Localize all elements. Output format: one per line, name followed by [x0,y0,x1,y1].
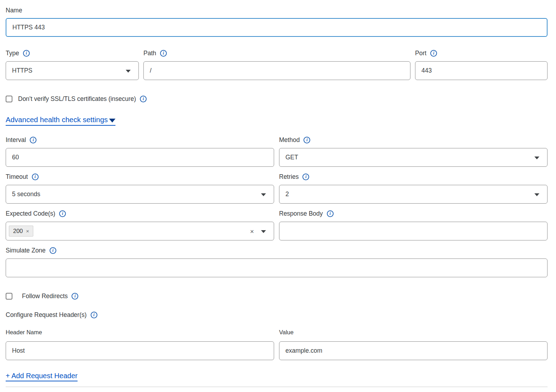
follow-redirects-row: Follow Redirects i [6,292,548,300]
method-field: Method i GET [279,136,548,167]
retries-select[interactable]: 2 [279,185,548,204]
timeout-selected-value: 5 seconds [12,191,40,198]
header-value-field: Value [279,328,548,360]
verify-ssl-checkbox[interactable] [6,96,12,102]
name-field: Name [6,6,548,37]
follow-redirects-checkbox[interactable] [6,293,12,300]
chevron-down-icon [534,193,539,196]
expected-code-chip-value: 200 [13,228,23,234]
chevron-down-icon [534,157,539,159]
type-field: Type i HTTPS [6,49,139,80]
simulate-zone-label: Simulate Zone i [6,246,548,255]
advanced-settings-link[interactable]: Advanced health check settings [6,115,115,126]
port-input[interactable] [415,61,548,80]
advanced-fields-grid: Interval i Method i GET Timeout i 5 seco… [6,136,548,246]
request-header-row: Header Name Value [6,328,548,360]
response-body-field: Response Body i [279,210,548,240]
expected-codes-label: Expected Code(s) i [6,210,274,218]
add-request-header-row: + Add Request Header [6,372,548,381]
add-request-header-link[interactable]: + Add Request Header [6,372,78,381]
header-name-field: Header Name [6,328,274,360]
header-value-input[interactable] [279,341,548,360]
timeout-label: Timeout i [6,173,274,181]
type-label: Type i [6,49,139,57]
expected-codes-multiselect[interactable]: 200 × × [6,222,274,240]
interval-input[interactable] [6,148,274,167]
follow-redirects-label: Follow Redirects [22,292,68,300]
simulate-zone-field: Simulate Zone i [6,246,548,277]
health-check-form: Name Type i HTTPS Path i Port i [0,0,556,387]
interval-field: Interval i [6,136,274,167]
advanced-caret-icon [109,119,115,123]
path-field: Path i [143,49,410,80]
timeout-field: Timeout i 5 seconds [6,173,274,204]
interval-info-icon[interactable]: i [30,137,36,143]
type-select[interactable]: HTTPS [6,61,139,80]
retries-info-icon[interactable]: i [302,174,309,180]
clear-all-icon[interactable]: × [250,228,254,234]
expected-codes-info-icon[interactable]: i [59,210,66,217]
verify-ssl-info-icon[interactable]: i [140,96,147,102]
path-input[interactable] [143,61,410,80]
advanced-settings-row: Advanced health check settings [6,115,548,126]
header-name-label: Header Name [6,328,274,336]
path-info-icon[interactable]: i [160,50,167,57]
chevron-down-icon [261,193,266,196]
chevron-down-icon [126,70,131,73]
type-selected-value: HTTPS [12,67,32,74]
header-value-label: Value [279,328,548,336]
simulate-zone-input[interactable] [6,259,548,277]
interval-label: Interval i [6,136,274,144]
method-selected-value: GET [285,154,298,161]
simulate-zone-info-icon[interactable]: i [50,247,56,254]
verify-ssl-label: Don't verify SSL/TLS certificates (insec… [18,95,136,103]
name-input[interactable] [6,18,548,37]
timeout-info-icon[interactable]: i [32,174,39,180]
type-path-port-row: Type i HTTPS Path i Port i [6,49,548,80]
method-info-icon[interactable]: i [303,137,310,143]
retries-field: Retries i 2 [279,173,548,204]
expected-code-chip: 200 × [9,226,33,237]
retries-selected-value: 2 [285,191,289,198]
chevron-down-icon [261,230,266,233]
verify-ssl-row: Don't verify SSL/TLS certificates (insec… [6,95,548,103]
request-headers-section-label: Configure Request Header(s) i [6,311,548,319]
method-select[interactable]: GET [279,148,548,167]
port-info-icon[interactable]: i [430,50,437,57]
port-field: Port i [415,49,548,80]
header-name-input[interactable] [6,341,274,360]
path-label: Path i [143,49,410,57]
response-body-info-icon[interactable]: i [327,210,334,217]
name-label: Name [6,6,548,15]
response-body-input[interactable] [279,222,548,240]
request-headers-info-icon[interactable]: i [91,312,97,318]
timeout-select[interactable]: 5 seconds [6,185,274,204]
response-body-label: Response Body i [279,210,548,218]
retries-label: Retries i [279,173,548,181]
type-info-icon[interactable]: i [23,50,30,57]
chip-remove-icon[interactable]: × [26,228,29,234]
port-label: Port i [415,49,548,57]
expected-codes-field: Expected Code(s) i 200 × × [6,210,274,240]
method-label: Method i [279,136,548,144]
section-divider [6,387,548,387]
follow-redirects-info-icon[interactable]: i [72,293,78,300]
